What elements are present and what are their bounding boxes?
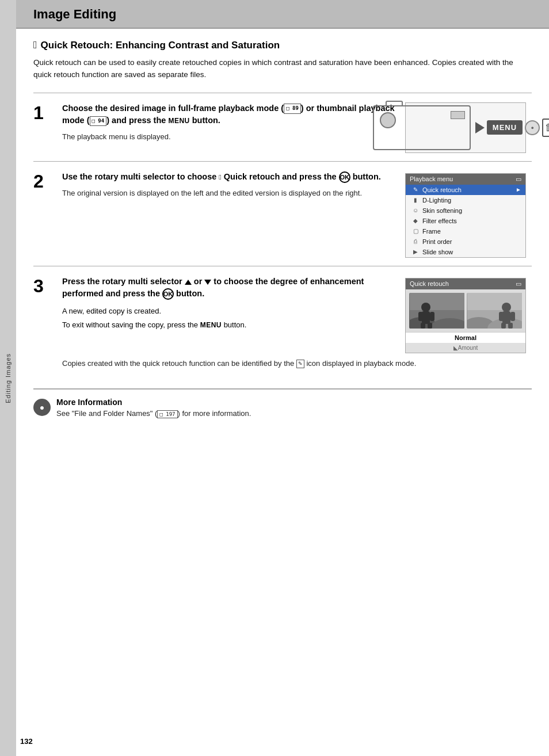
ref-89: □ 89 [284, 104, 301, 113]
section-heading: Quick Retouch: Enhancing Contrast and Sa… [41, 40, 280, 51]
svg-rect-18 [501, 323, 506, 329]
step-3-notes: A new, edited copy is created. To exit w… [62, 306, 397, 330]
step-1-image: MENU ● 🗑 [405, 102, 532, 153]
svg-rect-3 [410, 293, 464, 310]
pm-arrow-quick-retouch: ► [516, 186, 521, 193]
step-1-sub: The playback menu is displayed. [62, 131, 397, 143]
step-2-number: 2 [33, 171, 62, 258]
svg-rect-19 [508, 323, 513, 329]
pm-title-text: Playback menu [410, 175, 453, 183]
qr-amount-bar: ◣Amount [406, 343, 525, 353]
step-1-diagram: MENU ● 🗑 [405, 102, 526, 153]
svg-rect-17 [510, 312, 515, 321]
svg-rect-5 [422, 311, 430, 324]
left-photo-svg [410, 293, 464, 329]
step-1-content: Choose the desired image in full-frame p… [62, 102, 532, 153]
camera-lens [380, 112, 396, 128]
pm-title-bar: Playback menu ▭ [406, 174, 525, 185]
svg-rect-7 [430, 312, 434, 321]
pm-indicator: ▭ [516, 175, 521, 183]
svg-point-4 [421, 303, 430, 312]
svg-rect-13 [467, 293, 522, 310]
step-1-number: 1 [33, 102, 62, 153]
pm-label-d-lighting: D-Lighting [422, 197, 451, 204]
ref-197: □ 197 [157, 410, 177, 418]
qr-amount-label: ◣Amount [453, 345, 478, 351]
more-info-title: More Information [56, 398, 251, 407]
pm-label-slide-show: Slide show [422, 249, 453, 255]
pm-item-filter-effects: ◆ Filter effects [406, 216, 525, 226]
qr-indicator: ▭ [516, 280, 521, 288]
page-title: Image Editing [33, 7, 532, 22]
step-3-note2: To exit without saving the copy, press t… [62, 319, 397, 331]
step-3-content: Press the rotary multi selector or to ch… [62, 276, 532, 369]
pm-item-slide-show: ▶ Slide show [406, 247, 525, 257]
pm-item-d-lighting: ▮ D-Lighting [406, 195, 525, 205]
step-3-image: Quick retouch ▭ [405, 276, 532, 353]
pm-item-skin-softening: ☺ Skin softening [406, 205, 525, 216]
qr-normal-bar: Normal [406, 332, 525, 343]
step-1-buttons: MENU ● 🗑 [475, 119, 549, 137]
pm-item-frame: ▢ Frame [406, 226, 525, 236]
more-info-content: More Information See "File and Folder Na… [56, 398, 251, 418]
camera-diagram [373, 105, 471, 150]
qr-small-icon: ✎ [296, 360, 304, 369]
step-3-full-note: Copies created with the quick retouch fu… [62, 358, 532, 369]
sidebar-label: Editing Images [5, 353, 12, 403]
trash-button: 🗑 [542, 119, 549, 137]
step-1-text-block: Choose the desired image in full-frame p… [62, 102, 397, 143]
dial-button: ● [525, 120, 540, 135]
more-info-icon: ● [33, 399, 51, 416]
svg-rect-16 [499, 312, 504, 321]
arrow-right-icon [475, 122, 485, 133]
triangle-down-icon [204, 280, 211, 285]
pm-icon-skin-softening: ☺ [411, 207, 420, 213]
step-3-instruction: Press the rotary multi selector or to ch… [62, 276, 397, 300]
playback-menu-screenshot: Playback menu ▭ ✎ Quick retouch ► ▮ D-Li… [405, 173, 526, 258]
qr-title-bar: Quick retouch ▭ [406, 278, 525, 289]
camera-viewfinder [451, 111, 465, 119]
pm-item-print-order: ⎙ Print order [406, 236, 525, 247]
quick-retouch-icon:  [33, 39, 37, 51]
quick-retouch-menu-icon:  [219, 173, 221, 181]
pm-icon-filter-effects: ◆ [411, 217, 420, 224]
step-1: 1 Choose the desired image in full-frame… [33, 93, 532, 161]
quick-retouch-screenshot: Quick retouch ▭ [405, 278, 526, 353]
pm-label-frame: Frame [422, 228, 441, 235]
pm-icon-d-lighting: ▮ [411, 197, 420, 203]
step-2-main-row: Use the rotary multi selector to choose … [62, 171, 532, 258]
sidebar: Editing Images [0, 0, 16, 756]
svg-rect-8 [421, 323, 425, 329]
more-info-text: See "File and Folder Names" (□ 197) for … [56, 409, 251, 418]
pm-item-quick-retouch: ✎ Quick retouch ► [406, 185, 525, 195]
menu-button-label-3: MENU [200, 321, 222, 329]
step-3-number: 3 [33, 276, 62, 369]
step-3: 3 Press the rotary multi selector or to … [33, 266, 532, 377]
step-1-btn-row: MENU ● 🗑 [475, 119, 549, 137]
step-1-diagram-inner: MENU ● 🗑 [373, 105, 549, 150]
ok-button-label-2: OK [162, 288, 174, 300]
step-3-text-block: Press the rotary multi selector or to ch… [62, 276, 397, 333]
pm-label-filter-effects: Filter effects [422, 217, 457, 224]
intro-text: Quick retouch can be used to easily crea… [33, 57, 532, 81]
qr-photo-right [467, 293, 522, 329]
svg-point-14 [502, 303, 511, 312]
step-3-main-row: Press the rotary multi selector or to ch… [62, 276, 532, 353]
step-1-main-row: Choose the desired image in full-frame p… [62, 102, 532, 153]
pm-icon-print-order: ⎙ [411, 238, 420, 245]
step-1-instruction: Choose the desired image in full-frame p… [62, 102, 397, 127]
pm-icon-frame: ▢ [411, 228, 420, 234]
step-2-image: Playback menu ▭ ✎ Quick retouch ► ▮ D-Li… [405, 171, 532, 258]
pm-icon-slide-show: ▶ [411, 249, 420, 255]
section-title:  Quick Retouch: Enhancing Contrast and … [33, 39, 532, 51]
svg-rect-9 [428, 323, 432, 329]
ok-button-label: OK [339, 171, 350, 183]
qr-photo-left [409, 293, 464, 329]
quick-retouch-bold: Quick retouch [224, 172, 280, 181]
ref-94: □ 94 [90, 116, 107, 126]
step-2: 2 Use the rotary multi selector to choos… [33, 161, 532, 266]
step-2-text-block: Use the rotary multi selector to choose … [62, 171, 397, 199]
page-title-bar: Image Editing [16, 0, 549, 29]
qr-photos-container [406, 289, 525, 332]
svg-rect-6 [418, 312, 423, 321]
